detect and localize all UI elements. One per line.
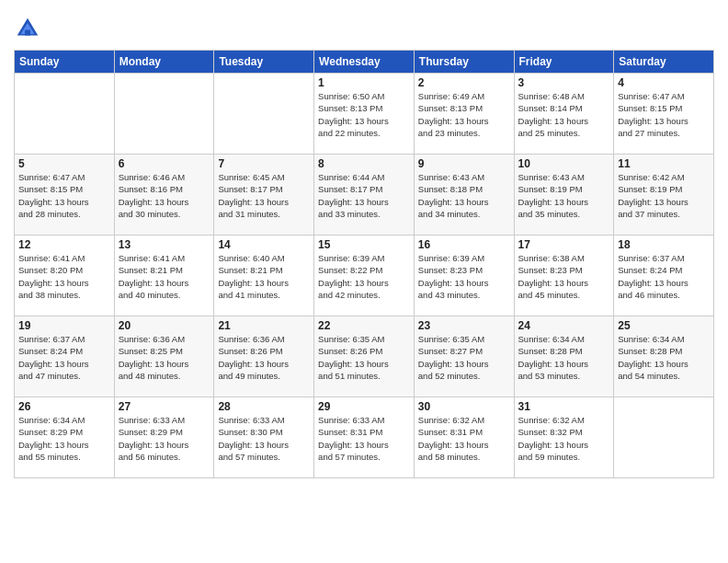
day-number: 18	[618, 238, 710, 251]
calendar-cell: 9Sunrise: 6:43 AM Sunset: 8:18 PM Daylig…	[414, 155, 514, 236]
weekday-header-monday: Monday	[114, 51, 214, 74]
calendar-cell: 19Sunrise: 6:37 AM Sunset: 8:24 PM Dayli…	[15, 316, 115, 397]
logo-icon	[14, 15, 41, 42]
day-info: Sunrise: 6:37 AM Sunset: 8:24 PM Dayligh…	[618, 252, 710, 301]
day-info: Sunrise: 6:32 AM Sunset: 8:31 PM Dayligh…	[418, 414, 510, 463]
calendar-cell: 2Sunrise: 6:49 AM Sunset: 8:13 PM Daylig…	[414, 74, 514, 155]
day-number: 7	[218, 157, 310, 170]
day-number: 16	[418, 238, 510, 251]
day-number: 15	[318, 238, 410, 251]
day-info: Sunrise: 6:35 AM Sunset: 8:26 PM Dayligh…	[318, 333, 410, 382]
day-number: 2	[418, 76, 510, 89]
header	[14, 9, 714, 42]
day-number: 21	[218, 319, 310, 332]
day-info: Sunrise: 6:40 AM Sunset: 8:21 PM Dayligh…	[218, 252, 310, 301]
calendar-cell: 17Sunrise: 6:38 AM Sunset: 8:23 PM Dayli…	[514, 236, 614, 316]
calendar-cell: 29Sunrise: 6:33 AM Sunset: 8:31 PM Dayli…	[314, 397, 415, 478]
day-info: Sunrise: 6:42 AM Sunset: 8:19 PM Dayligh…	[618, 171, 710, 220]
day-info: Sunrise: 6:34 AM Sunset: 8:28 PM Dayligh…	[518, 333, 610, 382]
day-info: Sunrise: 6:41 AM Sunset: 8:21 PM Dayligh…	[119, 252, 210, 301]
day-info: Sunrise: 6:34 AM Sunset: 8:29 PM Dayligh…	[18, 414, 110, 463]
day-number: 27	[119, 400, 210, 413]
day-number: 24	[518, 319, 610, 332]
calendar-cell: 8Sunrise: 6:44 AM Sunset: 8:17 PM Daylig…	[314, 155, 415, 236]
calendar-cell: 12Sunrise: 6:41 AM Sunset: 8:20 PM Dayli…	[15, 236, 115, 316]
day-info: Sunrise: 6:48 AM Sunset: 8:14 PM Dayligh…	[518, 90, 610, 139]
day-number: 10	[518, 157, 610, 170]
day-number: 23	[418, 319, 510, 332]
day-number: 4	[618, 76, 710, 89]
day-info: Sunrise: 6:32 AM Sunset: 8:32 PM Dayligh…	[518, 414, 610, 463]
day-info: Sunrise: 6:43 AM Sunset: 8:19 PM Dayligh…	[518, 171, 610, 220]
day-number: 28	[218, 400, 310, 413]
day-info: Sunrise: 6:41 AM Sunset: 8:20 PM Dayligh…	[18, 252, 110, 301]
day-info: Sunrise: 6:44 AM Sunset: 8:17 PM Dayligh…	[318, 171, 410, 220]
day-info: Sunrise: 6:36 AM Sunset: 8:26 PM Dayligh…	[218, 333, 310, 382]
calendar-cell	[214, 74, 314, 155]
calendar-table: SundayMondayTuesdayWednesdayThursdayFrid…	[14, 50, 714, 478]
calendar-cell: 4Sunrise: 6:47 AM Sunset: 8:15 PM Daylig…	[614, 74, 714, 155]
calendar-cell: 13Sunrise: 6:41 AM Sunset: 8:21 PM Dayli…	[114, 236, 214, 316]
day-number: 30	[418, 400, 510, 413]
day-number: 31	[518, 400, 610, 413]
day-info: Sunrise: 6:33 AM Sunset: 8:30 PM Dayligh…	[218, 414, 310, 463]
day-info: Sunrise: 6:45 AM Sunset: 8:17 PM Dayligh…	[218, 171, 310, 220]
calendar-cell: 7Sunrise: 6:45 AM Sunset: 8:17 PM Daylig…	[214, 155, 314, 236]
calendar-cell: 1Sunrise: 6:50 AM Sunset: 8:13 PM Daylig…	[314, 74, 415, 155]
logo	[14, 15, 45, 42]
calendar-cell: 6Sunrise: 6:46 AM Sunset: 8:16 PM Daylig…	[114, 155, 214, 236]
calendar-week-row: 5Sunrise: 6:47 AM Sunset: 8:15 PM Daylig…	[15, 155, 714, 236]
calendar-cell: 14Sunrise: 6:40 AM Sunset: 8:21 PM Dayli…	[214, 236, 314, 316]
day-info: Sunrise: 6:39 AM Sunset: 8:23 PM Dayligh…	[418, 252, 510, 301]
day-number: 6	[119, 157, 210, 170]
calendar-cell: 15Sunrise: 6:39 AM Sunset: 8:22 PM Dayli…	[314, 236, 415, 316]
calendar-cell: 23Sunrise: 6:35 AM Sunset: 8:27 PM Dayli…	[414, 316, 514, 397]
calendar-cell: 28Sunrise: 6:33 AM Sunset: 8:30 PM Dayli…	[214, 397, 314, 478]
calendar-cell: 21Sunrise: 6:36 AM Sunset: 8:26 PM Dayli…	[214, 316, 314, 397]
day-number: 8	[318, 157, 410, 170]
day-info: Sunrise: 6:49 AM Sunset: 8:13 PM Dayligh…	[418, 90, 510, 139]
day-info: Sunrise: 6:34 AM Sunset: 8:28 PM Dayligh…	[618, 333, 710, 382]
day-number: 19	[18, 319, 110, 332]
day-number: 29	[318, 400, 410, 413]
day-number: 22	[318, 319, 410, 332]
day-number: 14	[218, 238, 310, 251]
day-number: 25	[618, 319, 710, 332]
day-info: Sunrise: 6:43 AM Sunset: 8:18 PM Dayligh…	[418, 171, 510, 220]
calendar-cell: 16Sunrise: 6:39 AM Sunset: 8:23 PM Dayli…	[414, 236, 514, 316]
calendar-cell: 31Sunrise: 6:32 AM Sunset: 8:32 PM Dayli…	[514, 397, 614, 478]
day-number: 20	[119, 319, 210, 332]
calendar-cell: 5Sunrise: 6:47 AM Sunset: 8:15 PM Daylig…	[15, 155, 115, 236]
weekday-header-sunday: Sunday	[15, 51, 115, 74]
calendar-cell: 24Sunrise: 6:34 AM Sunset: 8:28 PM Dayli…	[514, 316, 614, 397]
weekday-header-wednesday: Wednesday	[314, 51, 415, 74]
calendar-cell	[15, 74, 115, 155]
day-info: Sunrise: 6:39 AM Sunset: 8:22 PM Dayligh…	[318, 252, 410, 301]
day-info: Sunrise: 6:33 AM Sunset: 8:31 PM Dayligh…	[318, 414, 410, 463]
calendar-cell: 3Sunrise: 6:48 AM Sunset: 8:14 PM Daylig…	[514, 74, 614, 155]
calendar-cell	[614, 397, 714, 478]
page: SundayMondayTuesdayWednesdayThursdayFrid…	[0, 0, 728, 563]
weekday-header-saturday: Saturday	[614, 51, 714, 74]
calendar-cell: 11Sunrise: 6:42 AM Sunset: 8:19 PM Dayli…	[614, 155, 714, 236]
calendar-cell: 27Sunrise: 6:33 AM Sunset: 8:29 PM Dayli…	[114, 397, 214, 478]
calendar-cell: 20Sunrise: 6:36 AM Sunset: 8:25 PM Dayli…	[114, 316, 214, 397]
day-info: Sunrise: 6:35 AM Sunset: 8:27 PM Dayligh…	[418, 333, 510, 382]
calendar-week-row: 19Sunrise: 6:37 AM Sunset: 8:24 PM Dayli…	[15, 316, 714, 397]
day-info: Sunrise: 6:37 AM Sunset: 8:24 PM Dayligh…	[18, 333, 110, 382]
day-number: 12	[18, 238, 110, 251]
day-number: 17	[518, 238, 610, 251]
calendar-week-row: 1Sunrise: 6:50 AM Sunset: 8:13 PM Daylig…	[15, 74, 714, 155]
calendar-cell: 18Sunrise: 6:37 AM Sunset: 8:24 PM Dayli…	[614, 236, 714, 316]
calendar-cell: 26Sunrise: 6:34 AM Sunset: 8:29 PM Dayli…	[15, 397, 115, 478]
day-number: 26	[18, 400, 110, 413]
calendar-cell: 30Sunrise: 6:32 AM Sunset: 8:31 PM Dayli…	[414, 397, 514, 478]
calendar-cell	[114, 74, 214, 155]
day-number: 11	[618, 157, 710, 170]
day-info: Sunrise: 6:46 AM Sunset: 8:16 PM Dayligh…	[119, 171, 210, 220]
day-info: Sunrise: 6:47 AM Sunset: 8:15 PM Dayligh…	[18, 171, 110, 220]
day-info: Sunrise: 6:50 AM Sunset: 8:13 PM Dayligh…	[318, 90, 410, 139]
weekday-header-tuesday: Tuesday	[214, 51, 314, 74]
day-number: 5	[18, 157, 110, 170]
weekday-header-friday: Friday	[514, 51, 614, 74]
